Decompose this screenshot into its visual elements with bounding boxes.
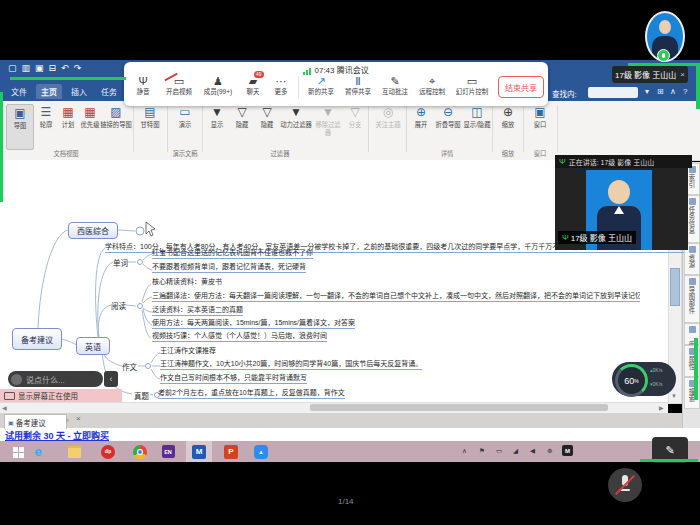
mindmap-topic[interactable]: 王江涛作文课推荐 — [160, 346, 216, 355]
slide-control-button[interactable]: ▭幻灯片控制 — [452, 74, 492, 96]
find-input[interactable] — [588, 87, 638, 98]
tray-action-center-icon[interactable]: ⊕ — [547, 447, 552, 455]
ribbon-zoom-button[interactable]: ⊕缩放 — [495, 104, 521, 148]
taskbar-en[interactable]: EN — [156, 441, 180, 462]
taskbar-powerpoint[interactable]: P — [218, 441, 244, 462]
tray-ime-icon[interactable]: M — [562, 445, 573, 456]
tray-flag-icon[interactable]: ⚑ — [479, 447, 485, 455]
mindmap-topic[interactable]: 三遍翻译法：使用方法：每天翻译一篇阅读理解，一句一翻译，不会的单词自己想个中文补… — [152, 291, 640, 302]
remote-control-button[interactable]: ⌖远程控制 — [415, 74, 449, 96]
collapse-ribbon-icon[interactable]: ∧ — [670, 87, 676, 96]
participant-overlay-pill[interactable]: 17级 影像 王山山× — [612, 66, 688, 83]
mindmap-node-english[interactable]: 英语 — [76, 337, 110, 355]
scroll-left-icon[interactable]: ◀ — [2, 404, 7, 411]
mindmap-topic[interactable]: 王江涛神题作文，10大10小共20篇，时间够的同学背40篇，国庆节后每天反复背诵… — [160, 359, 422, 370]
ribbon-linked-maps-button[interactable]: ▨链接的导图 — [100, 104, 132, 148]
chat-collapse-button[interactable]: ‹ — [104, 371, 118, 387]
mindmap-topic[interactable]: 视频技巧课：个人感觉（个人感觉！）马后炮，浪费时间 — [152, 331, 327, 342]
chat-button[interactable]: ▰49聊天 — [240, 74, 266, 96]
ribbon-map-button[interactable]: ▣导图 — [6, 104, 34, 150]
ribbon-hide-filter2-button[interactable]: ▽隐藏 — [255, 104, 279, 148]
mute-button[interactable]: Ψ静音 — [128, 74, 158, 96]
ribbon-focus-topic-button[interactable]: ◎关注主题 — [372, 104, 404, 148]
print-icon[interactable]: ⊟ — [49, 63, 58, 73]
ribbon-outline-button[interactable]: ☰轮廓 — [34, 104, 58, 148]
ribbon-branch-button[interactable]: ▽分支 — [344, 104, 366, 148]
mindmap-label-pastpapers[interactable]: 真题 — [134, 390, 149, 401]
ribbon-show-hide-button[interactable]: ◫显示/隐藏 — [463, 104, 491, 148]
ribbon-priority-button[interactable]: ▦优先级 — [78, 104, 102, 148]
tab-list-icon[interactable]: ▫ — [66, 416, 69, 425]
ribbon-window-button[interactable]: ▣窗口 — [526, 104, 554, 148]
mindmap-topic[interactable]: 不要跟着视频背单词，跟着记忆背诵表，死记硬背 — [152, 262, 306, 273]
windows-logo-icon — [13, 447, 18, 452]
mindmap-node-west-medicine[interactable]: 西医综合 — [68, 222, 118, 239]
ribbon-gantt-button[interactable]: ▤甘特图 — [136, 104, 164, 148]
tray-volume-icon[interactable]: ◀ — [530, 447, 535, 455]
tab-task[interactable]: 任务 — [96, 84, 122, 99]
ribbon-show-filter-button[interactable]: ▼显示 — [205, 104, 229, 148]
mindmap-topic[interactable]: 红宝书配合这里送的记忆表巩固背不住谁也救不了你 — [152, 248, 313, 259]
net-down-speed: ▾0K/s — [650, 381, 663, 387]
new-file-icon[interactable]: ▢ — [8, 63, 18, 73]
tab-insert[interactable]: 插入 — [66, 84, 92, 99]
scroll-down-icon[interactable]: ▼ — [671, 393, 677, 399]
workbook-tab[interactable]: ▣备考建议 — [4, 414, 67, 429]
pane-tab-map-parts[interactable]: 导图部件 — [684, 275, 700, 323]
taskbar-ie[interactable]: e — [26, 441, 50, 462]
ribbon-collapse-map-button[interactable]: ⊖折叠导图 — [434, 104, 462, 148]
taskbar-tencent-meeting[interactable]: ▲ — [248, 441, 274, 462]
library-icon — [689, 326, 696, 333]
ribbon-present-button[interactable]: ▭演示 — [170, 104, 200, 148]
scroll-right-icon[interactable]: ▶ — [659, 404, 664, 411]
mindmap-topic[interactable]: 作文自己写时间根本不够，只能靠平时背诵默写 — [160, 373, 307, 384]
muted-mic-button[interactable] — [608, 468, 642, 502]
ribbon-remove-filter-button[interactable]: ▼移除过滤器 — [313, 104, 343, 148]
chrome-icon — [133, 445, 147, 459]
end-share-button[interactable]: 结束共享 — [498, 76, 544, 98]
avatar-mic-badge — [657, 49, 670, 62]
taskbar-chrome[interactable] — [128, 441, 152, 462]
help-icon[interactable]: ? — [683, 87, 687, 96]
new-share-button[interactable]: ↗新的共享 — [304, 74, 338, 96]
ribbon-schedule-button[interactable]: ▦计划 — [56, 104, 80, 148]
mindmap-topic[interactable]: 核心精读资料：黄皮书 — [152, 277, 222, 286]
start-video-button[interactable]: ▭开启视频 — [162, 74, 196, 96]
mindmap-label-reading[interactable]: 阅读 — [111, 300, 126, 311]
annotate-button[interactable]: ✎互动批注 — [378, 74, 412, 96]
chat-quick-input[interactable]: 说点什么... — [8, 371, 103, 387]
microphone-icon: Ψ — [128, 74, 158, 88]
dropdown-icon[interactable]: ▾ — [645, 87, 649, 96]
vertical-scroll-thumb[interactable] — [670, 268, 680, 306]
tray-hidden-icons[interactable]: ∧ — [462, 447, 467, 455]
tray-battery-icon[interactable]: ▭ — [496, 447, 502, 455]
mindmap-topic[interactable]: 泛读资料：买本英语二的真题 — [152, 305, 243, 316]
mindmap-label-writing[interactable]: 作文 — [122, 361, 137, 372]
mindmap-root-node[interactable]: 备考建议 — [12, 328, 62, 350]
taskbar-explorer[interactable] — [62, 441, 86, 462]
save-icon[interactable]: ▣ — [35, 63, 45, 73]
redo-icon[interactable]: ↷ — [74, 63, 83, 73]
more-button[interactable]: ⋯更多 — [268, 74, 294, 96]
tab-home[interactable]: 主页 — [36, 84, 62, 99]
mindmap-label-words[interactable]: 单词 — [113, 257, 128, 268]
undo-icon[interactable]: ↶ — [61, 63, 70, 73]
grid-icon[interactable]: ⊞ — [657, 87, 664, 96]
mindmap-topic[interactable]: 使用方法：每天两篇阅读，15mins/篇，15mins/篇看译文，对答案 — [152, 318, 355, 329]
horizontal-scroll-thumb[interactable] — [310, 404, 608, 411]
tray-network-icon[interactable]: ◢ — [513, 447, 518, 455]
tab-file[interactable]: 文件 — [6, 84, 32, 99]
accelerator-percent[interactable]: 60% — [615, 364, 648, 397]
close-tab-icon[interactable]: × — [76, 414, 81, 423]
mindmap-topic[interactable]: 考前2个月左右，重点放在10年真题上，反复做真题，背作文 — [158, 388, 345, 399]
presentation-icon: ▭ — [170, 104, 200, 121]
taskbar-dlp[interactable]: dlp — [96, 441, 120, 462]
taskbar-mindmanager[interactable]: M — [186, 441, 212, 464]
ribbon-expand-button[interactable]: ⊕展开 — [409, 104, 433, 148]
pause-share-button[interactable]: ‖暂停共享 — [341, 74, 375, 96]
members-button[interactable]: ♟成员(99+) — [200, 74, 236, 96]
ribbon-hide-filter-button[interactable]: ▽隐藏 — [230, 104, 254, 148]
close-icon[interactable]: × — [680, 70, 685, 79]
open-file-icon[interactable]: ▥ — [22, 63, 32, 73]
ribbon-power-filter-button[interactable]: ▼动力过滤器 — [280, 104, 312, 148]
